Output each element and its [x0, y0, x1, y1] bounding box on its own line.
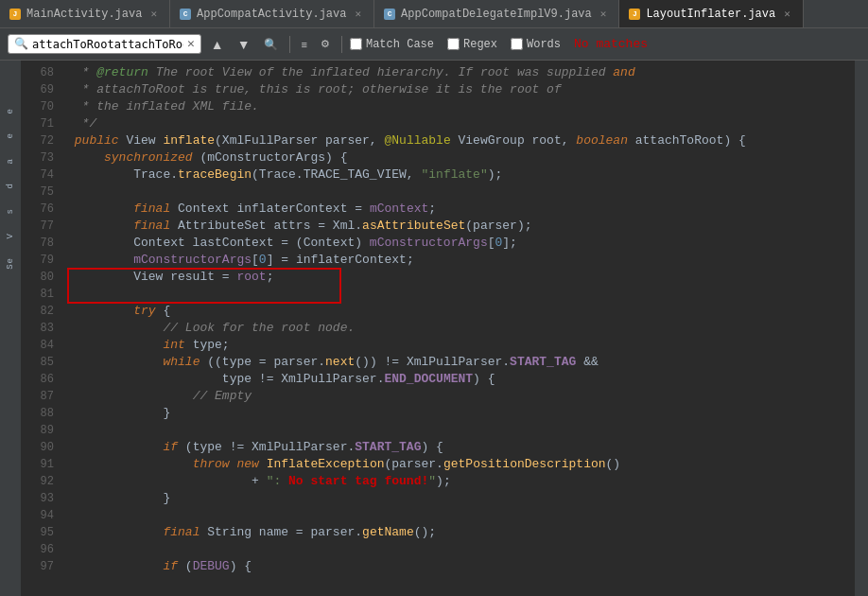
code-line-91: 91 throw new InflateException(parser.get… — [21, 456, 855, 473]
code-line-77: 77 final AttributeSet attrs = Xml.asAttr… — [21, 218, 855, 235]
code-line-71: 71 */ — [21, 115, 855, 132]
tab-label: MainActivity.java — [26, 8, 142, 21]
code-line-73: 73 synchronized (mConstructorArgs) { — [21, 149, 855, 167]
tab-bar: J MainActivity.java ✕ C AppCompatActivit… — [0, 0, 868, 28]
regex-checkbox[interactable] — [447, 38, 460, 50]
regex-label: Regex — [463, 38, 497, 51]
match-case-label: Match Case — [366, 38, 434, 51]
tab-close-inflater[interactable]: ✕ — [781, 7, 793, 21]
words-checkbox[interactable] — [511, 38, 523, 50]
code-line-81: 81 — [21, 286, 855, 303]
code-line-97: 97 if (DEBUG) { — [21, 558, 855, 575]
code-line-80: 80 View result = root; — [21, 269, 855, 286]
search-input[interactable] — [32, 38, 183, 51]
code-line-68: 68 * @return The root View of the inflat… — [21, 64, 855, 81]
tab-label-active: LayoutInflater.java — [646, 8, 775, 21]
code-line-90: 90 if (type != XmlPullParser.START_TAG) … — [21, 439, 855, 456]
search-multiline-button[interactable]: ≡ — [298, 37, 311, 52]
left-label-e1: e — [6, 108, 15, 114]
c-icon-2: C — [384, 9, 395, 20]
search-icon: 🔍 — [14, 37, 28, 51]
words-label: Words — [527, 38, 561, 51]
search-prev-button[interactable]: ▲ — [207, 35, 228, 54]
search-separator-1 — [289, 36, 290, 53]
tab-app-compat-activity[interactable]: C AppCompatActivity.java ✕ — [170, 0, 374, 27]
code-editor[interactable]: 68 * @return The root View of the inflat… — [21, 61, 855, 596]
code-line-84: 84 int type; — [21, 337, 855, 354]
code-line-93: 93 } — [21, 490, 855, 507]
code-line-94: 94 — [21, 507, 855, 524]
tab-close-main-activity[interactable]: ✕ — [148, 7, 160, 21]
java-icon-active: J — [629, 9, 640, 20]
code-line-78: 78 Context lastContext = (Context) mCons… — [21, 235, 855, 252]
code-line-87: 87 // Empty — [21, 388, 855, 405]
match-case-checkbox[interactable] — [350, 38, 362, 50]
code-line-79: 79 mConstructorArgs[0] = inflaterContext… — [21, 252, 855, 269]
code-line-76: 76 final Context inflaterContext = mCont… — [21, 201, 855, 218]
no-matches-label: No matches — [574, 37, 648, 51]
search-separator-2 — [341, 36, 342, 53]
right-gutter — [855, 61, 868, 596]
search-find-button[interactable]: 🔍 — [260, 36, 282, 53]
search-options-button[interactable]: ⚙ — [317, 36, 334, 52]
code-line-82: 82 try { — [21, 303, 855, 320]
search-input-wrap[interactable]: 🔍 ✕ — [8, 34, 201, 54]
tab-close-delegate[interactable]: ✕ — [598, 7, 610, 21]
match-case-option[interactable]: Match Case — [350, 38, 434, 51]
code-line-89: 89 — [21, 422, 855, 439]
code-line-70: 70 * the inflated XML file. — [21, 98, 855, 115]
tab-label: AppCompatDelegateImplV9.java — [401, 8, 592, 21]
tab-close-app-compat[interactable]: ✕ — [352, 7, 364, 21]
code-line-74: 74 Trace.traceBegin(Trace.TRACE_TAG_VIEW… — [21, 167, 855, 184]
tab-main-activity[interactable]: J MainActivity.java ✕ — [0, 0, 170, 27]
content-area: e e a d s V Se 68 * @return The root Vie… — [0, 61, 868, 596]
code-line-75: 75 — [21, 184, 855, 201]
words-option[interactable]: Words — [511, 38, 561, 51]
code-line-83: 83 // Look for the root node. — [21, 320, 855, 337]
tab-layout-inflater[interactable]: J LayoutInflater.java ✕ — [619, 0, 803, 27]
search-next-button[interactable]: ▼ — [234, 35, 254, 54]
tab-app-compat-delegate[interactable]: C AppCompatDelegateImplV9.java ✕ — [374, 0, 619, 27]
code-line-92: 92 + ": No start tag found!"); — [21, 473, 855, 490]
code-line-86: 86 type != XmlPullParser.END_DOCUMENT) { — [21, 371, 855, 388]
left-label-d: d — [6, 183, 15, 188]
left-label-v: V — [6, 233, 15, 238]
code-line-88: 88 } — [21, 405, 855, 422]
code-line-95: 95 final String name = parser.getName(); — [21, 524, 855, 541]
code-line-85: 85 while ((type = parser.next()) != XmlP… — [21, 354, 855, 371]
left-label-a: a — [6, 158, 15, 164]
clear-search-button[interactable]: ✕ — [187, 38, 195, 50]
left-label-e2: e — [6, 132, 15, 138]
search-bar: 🔍 ✕ ▲ ▼ 🔍 ≡ ⚙ Match Case Regex Words No … — [0, 28, 868, 61]
regex-option[interactable]: Regex — [447, 38, 497, 51]
code-line-96: 96 — [21, 541, 855, 558]
code-line-72: 72 public View inflate(XmlFullParser par… — [21, 132, 855, 149]
java-icon: J — [9, 9, 21, 20]
code-line-69: 69 * attachToRoot is true, this is root;… — [21, 81, 855, 98]
left-label-se: Se — [6, 257, 15, 270]
tab-label: AppCompatActivity.java — [197, 8, 346, 21]
left-label-s: s — [6, 208, 15, 214]
c-icon-1: C — [180, 9, 191, 20]
